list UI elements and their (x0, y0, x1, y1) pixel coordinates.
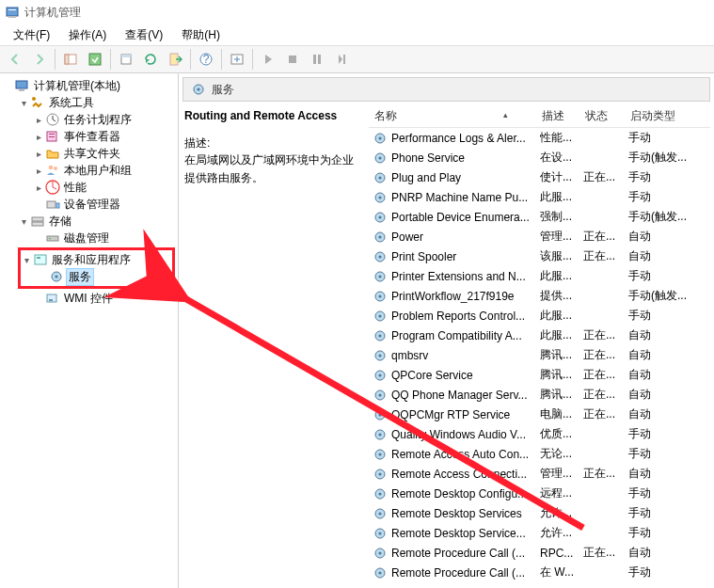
event-log-icon (45, 129, 60, 144)
service-row[interactable]: Plug and Play使计...正在...手动 (369, 167, 710, 187)
column-description[interactable]: 描述 (536, 108, 579, 124)
service-row[interactable]: Remote Desktop Services允许...手动 (369, 503, 710, 523)
tree-services[interactable]: 服务 (36, 268, 172, 285)
svg-rect-13 (313, 55, 316, 64)
service-row[interactable]: Power管理...正在...自动 (369, 227, 710, 246)
export-list-button[interactable] (84, 48, 106, 71)
tree-storage[interactable]: 存储 (17, 213, 176, 230)
wmi-icon (45, 291, 60, 306)
expander-icon[interactable] (32, 183, 45, 193)
expander-icon[interactable] (32, 166, 45, 176)
service-row[interactable]: Remote Procedure Call (...在 W...手动 (369, 563, 710, 582)
service-gear-icon (373, 170, 388, 185)
nav-back-button[interactable] (4, 48, 26, 71)
service-name: Remote Procedure Call (... (391, 547, 540, 560)
service-row[interactable]: QQPCMgr RTP Service电脑...正在...自动 (369, 405, 710, 424)
service-row[interactable]: PNRP Machine Name Pu...此服...手动 (369, 187, 710, 207)
menu-view[interactable]: 查看(V) (116, 25, 172, 45)
navigation-tree[interactable]: 计算机管理(本地) 系统工具 任务计划程序 事件查看器 (0, 73, 179, 588)
service-row[interactable]: qmbsrv腾讯...正在...自动 (369, 345, 710, 365)
service-row[interactable]: Program Compatibility A...此服...正在...自动 (369, 326, 710, 345)
service-row[interactable]: PrintWorkflow_217f919e提供...手动(触发... (369, 286, 710, 306)
svg-point-77 (378, 492, 381, 495)
service-row[interactable]: Remote Desktop Configu...远程...手动 (369, 484, 710, 503)
tree-disk-management[interactable]: 磁盘管理 (32, 230, 176, 246)
tree-services-and-apps[interactable]: 服务和应用程序 (20, 251, 172, 268)
expander-icon[interactable] (20, 255, 33, 265)
svg-point-53 (378, 255, 381, 258)
tree-root[interactable]: 计算机管理(本地) (2, 77, 176, 94)
menu-action[interactable]: 操作(A) (59, 25, 116, 45)
pause-button[interactable] (306, 48, 328, 71)
window-title: 计算机管理 (24, 5, 81, 21)
svg-point-67 (378, 393, 381, 396)
service-desc: 远程... (540, 485, 583, 501)
svg-rect-0 (7, 8, 18, 16)
svg-rect-32 (35, 255, 46, 264)
svg-rect-33 (37, 257, 40, 259)
service-row[interactable]: Remote Procedure Call (...RPC...正在...自动 (369, 543, 710, 563)
export-button[interactable] (164, 48, 186, 71)
list-body[interactable]: Performance Logs & Aler...性能...手动Phone S… (369, 128, 710, 588)
service-row[interactable]: Remote Desktop Service...允许...手动 (369, 523, 710, 543)
properties-button[interactable] (115, 48, 137, 71)
service-row[interactable]: Printer Extensions and N...此服...手动 (369, 266, 710, 286)
play-button[interactable] (257, 48, 279, 71)
services-gear-icon (191, 82, 206, 97)
svg-point-61 (378, 334, 381, 337)
tree-performance[interactable]: 性能 (32, 179, 176, 196)
service-row[interactable]: Quality Windows Audio V...优质...手动 (369, 424, 710, 444)
right-panel-title: 服务 (212, 82, 234, 98)
column-startup-type[interactable]: 启动类型 (625, 108, 689, 124)
svg-point-69 (378, 413, 381, 416)
tree-shared-folders[interactable]: 共享文件夹 (32, 145, 176, 162)
help-button[interactable]: ? (195, 48, 217, 71)
service-startup: 手动 (628, 525, 692, 541)
service-gear-icon (373, 348, 388, 363)
service-startup: 手动 (628, 446, 692, 462)
service-row[interactable]: Remote Access Connecti...管理...正在...自动 (369, 464, 710, 484)
service-row[interactable]: Portable Device Enumera...强制...手动(触发... (369, 207, 710, 227)
service-startup: 手动 (628, 426, 692, 442)
service-row[interactable]: Problem Reports Control...此服...手动 (369, 306, 710, 326)
tree-local-users[interactable]: 本地用户和组 (32, 162, 176, 179)
svg-point-43 (378, 156, 381, 159)
storage-icon (30, 214, 45, 229)
workspace: 计算机管理(本地) 系统工具 任务计划程序 事件查看器 (0, 73, 714, 588)
service-startup: 自动 (628, 406, 692, 422)
expander-icon[interactable] (32, 149, 45, 159)
service-name: Remote Desktop Service... (391, 527, 540, 540)
column-name[interactable]: 名称▴ (369, 108, 536, 124)
tree-wmi-control[interactable]: WMI 控件 (32, 290, 176, 307)
tree-system-tools[interactable]: 系统工具 (17, 94, 176, 111)
service-startup: 自动 (628, 327, 692, 343)
service-row[interactable]: Remote Access Auto Con...无论...手动 (369, 444, 710, 464)
tree-task-scheduler[interactable]: 任务计划程序 (32, 111, 176, 128)
nav-forward-button[interactable] (28, 48, 51, 71)
stop-button[interactable] (281, 48, 304, 71)
service-row[interactable]: QQ Phone Manager Serv...腾讯...正在...自动 (369, 385, 710, 405)
show-hide-tree-button[interactable] (59, 48, 82, 71)
service-row[interactable]: QPCore Service腾讯...正在...自动 (369, 365, 710, 385)
service-row[interactable]: Print Spooler该服...正在...自动 (369, 246, 710, 266)
svg-rect-37 (49, 299, 53, 301)
toolbar: ? (0, 45, 714, 73)
expander-icon[interactable] (17, 98, 30, 108)
services-list: 名称▴ 描述 状态 启动类型 Performance Logs & Aler..… (369, 105, 710, 588)
menu-file[interactable]: 文件(F) (4, 25, 59, 45)
tree-event-viewer[interactable]: 事件查看器 (32, 128, 176, 145)
expander-icon[interactable] (17, 216, 30, 227)
tree-device-manager[interactable]: 设备管理器 (32, 196, 176, 213)
expander-icon[interactable] (32, 132, 45, 142)
menu-help[interactable]: 帮助(H) (172, 25, 230, 45)
service-gear-icon (373, 151, 388, 166)
restart-button[interactable] (330, 48, 353, 71)
service-row[interactable]: Phone Service在设...手动(触发... (369, 148, 710, 167)
expander-icon[interactable] (32, 115, 45, 125)
link-button[interactable] (226, 48, 248, 71)
refresh-button[interactable] (139, 48, 162, 71)
service-gear-icon (373, 486, 388, 501)
column-state[interactable]: 状态 (579, 108, 625, 124)
service-row[interactable]: Performance Logs & Aler...性能...手动 (369, 128, 710, 148)
service-startup: 自动 (628, 387, 692, 403)
